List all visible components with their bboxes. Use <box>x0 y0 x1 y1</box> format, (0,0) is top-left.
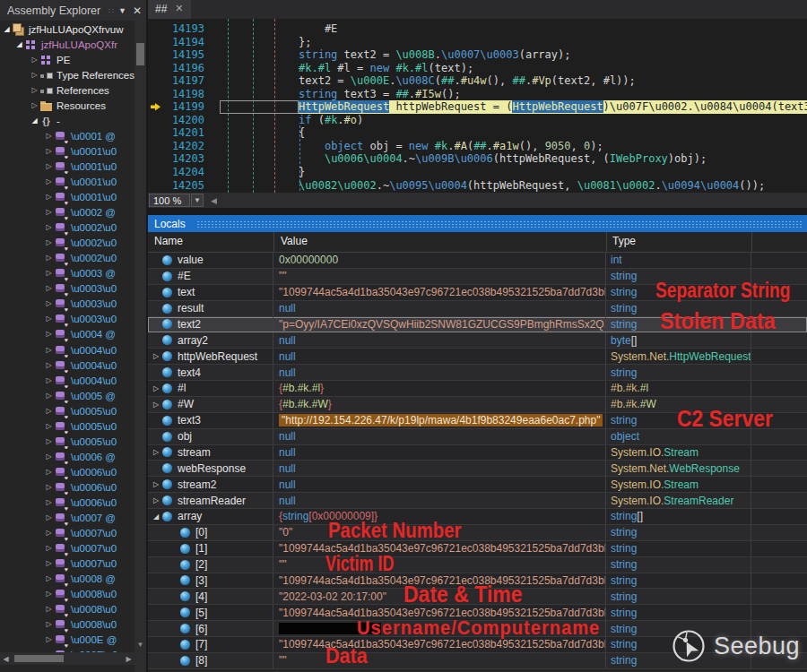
locals-row[interactable]: [2]""string <box>148 557 807 573</box>
tree-item[interactable]: ▷\u0005\u0 <box>0 418 134 434</box>
tree-item[interactable]: ▷\u0008\u0 <box>0 587 134 602</box>
zoom-dropdown-icon[interactable]: ▼ <box>191 194 204 207</box>
code-line[interactable]: 14202 object obj = new #k.#A(##.#a1w(), … <box>148 140 807 153</box>
locals-title-bar[interactable]: Locals <box>148 215 807 232</box>
chevron-down-icon[interactable]: ▼ <box>118 6 126 15</box>
scroll-left-icon[interactable]: ◀ <box>211 196 217 205</box>
expand-icon[interactable]: ▷ <box>44 453 54 461</box>
expand-icon[interactable]: ▷ <box>30 56 39 64</box>
tree-item[interactable]: ▷\u0008\u0 <box>0 617 134 633</box>
document-tab[interactable]: ## ✕ <box>148 0 191 19</box>
locals-row[interactable]: [1]"1099744ac5a4d1ba35043e97c96721ec038b… <box>148 541 807 557</box>
expand-icon[interactable]: ▷ <box>44 163 54 170</box>
expand-icon[interactable]: ▷ <box>44 209 54 216</box>
tree-item[interactable]: ▷\u0007\u0 <box>0 541 134 556</box>
code-line[interactable]: 14193 #E <box>148 22 807 36</box>
expand-icon[interactable]: ▷ <box>44 194 54 201</box>
tree-item[interactable]: ▷\u0004\u0 <box>0 358 134 373</box>
tree-item[interactable]: ▷\u0002\u0 <box>0 251 134 266</box>
locals-row[interactable]: value0x00000000int <box>148 253 807 269</box>
expand-icon[interactable]: ▷ <box>44 408 54 415</box>
expand-icon[interactable]: ▷ <box>44 331 54 338</box>
expand-icon[interactable]: ▷ <box>44 469 54 476</box>
editor-horizontal-scrollbar[interactable] <box>217 193 807 208</box>
collapse-icon[interactable]: ◢ <box>152 513 161 521</box>
code-line[interactable]: 14205\u0082\u0002.~\u0095\u0004(httpWebR… <box>148 179 807 193</box>
code-line[interactable]: 14201{ <box>148 126 807 140</box>
code-line[interactable]: 14204} <box>148 166 807 179</box>
column-separator[interactable] <box>273 232 274 252</box>
tree-item[interactable]: ▷\u0004 @ <box>0 327 134 342</box>
expand-icon[interactable]: ▷ <box>152 401 161 409</box>
code-line[interactable]: 14196#k.#l #l = new #k.#l(text); <box>148 62 807 75</box>
scrollbar-track[interactable] <box>12 652 123 665</box>
expand-icon[interactable]: ▷ <box>44 254 54 262</box>
expand-icon[interactable]: ▷ <box>30 102 39 109</box>
tree-item[interactable]: ▷References <box>0 82 134 98</box>
tab-close-icon[interactable]: ✕ <box>175 3 183 14</box>
expand-icon[interactable]: ▷ <box>44 377 54 384</box>
expand-icon[interactable]: ▷ <box>44 545 54 552</box>
expand-icon[interactable]: ▷ <box>152 352 161 360</box>
expand-icon[interactable]: ▷ <box>44 575 54 582</box>
tree-item[interactable]: ▷\u0006\u0 <box>0 479 134 495</box>
column-separator[interactable] <box>751 232 752 252</box>
tree-item[interactable]: ▷\u0007\u0 <box>0 556 134 572</box>
code-line[interactable]: 14197text2 = \u000E.\u008C(##.#u4w(), ##… <box>148 74 807 88</box>
close-icon[interactable]: ✕ <box>133 4 142 17</box>
code-line[interactable]: 14195string text2 = \u008B.\u0007\u0003(… <box>148 48 807 62</box>
tree-item[interactable]: ▷\u0001\u0 <box>0 190 134 205</box>
tree-item[interactable]: ▷\u0005 @ <box>0 388 134 403</box>
expand-icon[interactable]: ▷ <box>44 300 54 307</box>
expand-icon[interactable]: ▷ <box>44 148 54 155</box>
code-line[interactable]: 14199HttpWebRequest httpWebRequest = (Ht… <box>148 100 807 114</box>
locals-row[interactable]: text4nullstring <box>148 365 807 381</box>
expand-icon[interactable]: ▷ <box>44 423 54 430</box>
expand-icon[interactable]: ▷ <box>44 239 54 246</box>
locals-row[interactable]: ▷#l{#b.#k.#l}#b.#k.#l <box>148 381 807 397</box>
code-line[interactable]: 14194}; <box>148 36 807 49</box>
column-separator[interactable] <box>606 232 607 252</box>
locals-row[interactable]: [0]"0"string <box>148 525 807 541</box>
expand-icon[interactable]: ▷ <box>44 270 54 277</box>
tree-item[interactable]: ▷\u0002\u0 <box>0 220 134 236</box>
code-editor[interactable]: 14193 #E14194};14195string text2 = \u008… <box>148 19 807 193</box>
tree-item[interactable]: ▷\u0004\u0 <box>0 373 134 388</box>
tree-item[interactable]: ▷PE <box>0 52 134 67</box>
tree-item[interactable]: ▷\u0005\u0 <box>0 403 134 418</box>
expand-icon[interactable]: ▷ <box>44 224 54 231</box>
code-line[interactable]: 14200if (#k.#o) <box>148 114 807 127</box>
expand-icon[interactable]: ▷ <box>44 438 54 445</box>
locals-row[interactable]: ▷streamReadernullSystem.IO.StreamReader <box>148 493 807 509</box>
locals-row[interactable]: array2nullbyte[] <box>148 332 807 349</box>
tree-item[interactable]: ▷\u0003\u0 <box>0 297 134 312</box>
expand-icon[interactable]: ▷ <box>44 392 54 400</box>
collapse-icon[interactable]: ◢ <box>30 117 39 125</box>
expand-icon[interactable]: ▷ <box>44 499 54 506</box>
tree-item[interactable]: ▷\u0001\u0 <box>0 174 134 189</box>
tree-item[interactable]: ◢- <box>0 113 134 128</box>
expand-icon[interactable]: ▷ <box>30 87 39 94</box>
locals-row[interactable]: ▷streamnullSystem.IO.Stream <box>148 445 807 461</box>
locals-row[interactable]: ▷httpWebRequestnullSystem.Net.HttpWebReq… <box>148 349 807 365</box>
expand-icon[interactable]: ▷ <box>44 621 54 628</box>
expand-icon[interactable]: ▷ <box>44 347 54 354</box>
expand-icon[interactable]: ▷ <box>152 496 161 504</box>
scroll-down-icon[interactable]: ▼ <box>134 641 146 649</box>
scroll-left-icon[interactable]: ◀ <box>0 655 12 663</box>
code-line[interactable]: 14198string text3 = ##.#I5w(); <box>148 88 807 101</box>
expand-icon[interactable]: ▷ <box>30 72 39 79</box>
scroll-right-icon[interactable]: ▶ <box>123 655 134 663</box>
expand-icon[interactable]: ▷ <box>44 514 54 521</box>
expand-icon[interactable]: ▷ <box>44 590 54 598</box>
collapse-icon[interactable]: ◢ <box>2 26 12 33</box>
tree-item[interactable]: ▷\u0008\u0 <box>0 602 134 617</box>
tree-item[interactable]: ▷Type References <box>0 67 134 82</box>
scrollbar-thumb[interactable] <box>136 43 144 65</box>
tree-item[interactable]: ◢jzfHuLUApoQXfrvuw <box>0 22 134 37</box>
tree-item[interactable]: ▷\u0005\u0 <box>0 434 134 449</box>
expand-icon[interactable]: ▷ <box>152 384 161 392</box>
tree-item[interactable]: ▷\u0001\u0 <box>0 159 134 174</box>
collapse-icon[interactable]: ◢ <box>14 41 24 48</box>
sidebar-horizontal-scrollbar[interactable]: ◀ ▶ <box>0 652 134 665</box>
